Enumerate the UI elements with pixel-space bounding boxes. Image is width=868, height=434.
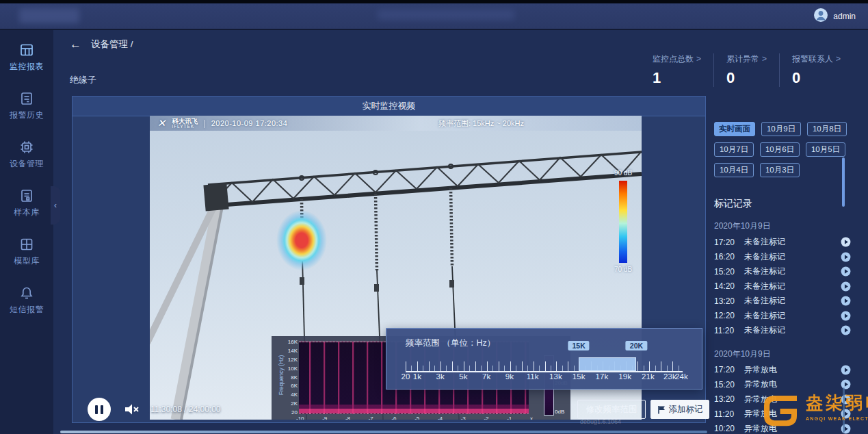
mark-item: 11:20 未备注标记 xyxy=(714,323,851,338)
chevron-right-icon: > xyxy=(762,54,767,64)
user-menu[interactable]: admin xyxy=(813,3,856,29)
horizontal-scrollbar[interactable] xyxy=(60,431,707,433)
sidebar-item-label: 短信报警 xyxy=(10,304,44,316)
stat-value: 1 xyxy=(653,69,701,87)
play-icon[interactable] xyxy=(841,365,851,375)
frequency-ruler-labels: 20 1k 3k 5k 7k 9k 11k 13k 15k 17k 19k 21… xyxy=(406,372,683,383)
mark-item: 15:20 未备注标记 xyxy=(714,264,851,279)
colorbar-max-label: 90 dB xyxy=(607,169,640,177)
sidebar-item-label: 模型库 xyxy=(14,255,40,267)
topbar-blurred-text xyxy=(378,10,514,20)
sidebar-collapse-handle[interactable]: ‹ xyxy=(51,186,60,225)
model-grid-icon xyxy=(19,237,34,252)
panel-title: 实时监控视频 xyxy=(73,97,705,116)
play-icon[interactable] xyxy=(841,311,851,321)
date-button-oct3[interactable]: 10月3日 xyxy=(760,163,800,177)
sidebar: 监控报表 报警历史 设备管理 xyxy=(0,29,53,434)
band-high-handle[interactable]: 20K xyxy=(626,341,647,350)
marks-title: 标记记录 xyxy=(714,198,851,210)
mark-item: 15:20 异常放电 xyxy=(714,377,851,392)
sidebar-item-sample-library[interactable]: 样本库 xyxy=(0,188,53,237)
chevron-right-icon: > xyxy=(696,54,701,64)
stat-value: 0 xyxy=(792,69,841,87)
video-freq-range-label: 频率范围: 15kHz ~ 20kHz xyxy=(438,118,524,129)
mark-item: 16:20 未备注标记 xyxy=(714,250,851,265)
back-arrow-icon[interactable]: ← xyxy=(70,38,81,51)
iflytek-logo-icon: ✕ xyxy=(157,117,168,129)
video-timestamp: 2020-10-09 17:20:34 xyxy=(211,119,288,127)
date-button-oct4[interactable]: 10月4日 xyxy=(714,163,754,177)
date-button-oct6[interactable]: 10月6日 xyxy=(760,142,800,157)
sidebar-item-device-management[interactable]: 设备管理 xyxy=(0,140,53,188)
app-logo-blurred xyxy=(19,8,79,23)
spectrogram-colorbar-min: 0dB xyxy=(555,409,564,415)
sidebar-item-monitor-report[interactable]: 监控报表 xyxy=(0,42,53,91)
play-icon[interactable] xyxy=(841,266,851,277)
date-button-oct7[interactable]: 10月7日 xyxy=(714,142,754,157)
watermark-en-label: ANGQI WEAK ELECTRICITY xyxy=(806,416,868,421)
date-button-oct8[interactable]: 10月8日 xyxy=(807,122,847,136)
chevron-left-icon: ‹ xyxy=(54,201,57,210)
watermark-logo-icon xyxy=(761,392,800,431)
video-panel: 实时监控视频 xyxy=(72,96,706,423)
spectrogram-yticks: 16K 14K 12K 10K 8K 6K 4K 2K 20 xyxy=(281,339,298,416)
muted-speaker-icon xyxy=(123,402,140,417)
stat-alarm-contacts[interactable]: 报警联系人> 0 xyxy=(779,53,853,87)
mute-button[interactable] xyxy=(123,402,140,420)
frequency-range-panel: 频率范围 （单位：Hz） 15K 20K 20 1k 3k 5k 7k 9k 1… xyxy=(386,328,702,390)
chevron-right-icon: > xyxy=(836,54,841,64)
mark-group-date: 2020年10月9日 xyxy=(714,220,851,232)
sidebar-item-label: 设备管理 xyxy=(10,158,44,170)
username-label: admin xyxy=(833,12,856,21)
sample-doc-icon xyxy=(19,188,34,203)
device-name-label: 绝缘子 xyxy=(70,74,96,86)
date-button-oct9[interactable]: 10月9日 xyxy=(761,122,801,136)
divider: | xyxy=(204,118,206,128)
modify-frequency-button[interactable]: 修改频率范围 xyxy=(577,400,646,419)
add-mark-button[interactable]: 添加标记 xyxy=(650,400,709,419)
frequency-selected-band[interactable] xyxy=(579,357,636,371)
stat-value: 0 xyxy=(726,69,767,87)
breadcrumb[interactable]: 设备管理 / xyxy=(91,38,133,51)
frequency-range-title: 频率范围 （单位：Hz） xyxy=(406,337,495,349)
frequency-ruler[interactable]: 15K 20K xyxy=(406,356,683,372)
band-low-handle[interactable]: 15K xyxy=(568,341,589,350)
sidebar-item-label: 样本库 xyxy=(14,207,40,218)
mark-item: 17:20 异常放电 xyxy=(714,363,851,378)
acoustic-heatmap-spot xyxy=(276,210,327,270)
play-icon[interactable] xyxy=(841,252,851,262)
stats-bar: 监控点总数> 1 累计异常> 0 报警联系人> 0 xyxy=(640,53,853,87)
mark-item: 14:20 未备注标记 xyxy=(714,279,851,294)
report-grid-icon xyxy=(19,42,34,58)
sidebar-item-label: 报警历史 xyxy=(10,110,44,121)
play-icon[interactable] xyxy=(841,281,851,292)
stat-total-anomalies[interactable]: 累计异常> 0 xyxy=(713,53,779,87)
bell-icon xyxy=(19,285,34,301)
debug-version-label: debug1.6.1064 xyxy=(580,418,621,425)
history-doc-icon xyxy=(19,91,34,106)
colorbar-min-label: 70 dB xyxy=(607,266,640,273)
sidebar-item-alarm-history[interactable]: 报警历史 xyxy=(0,91,53,140)
flag-icon xyxy=(657,405,666,414)
mark-item: 13:20 未备注标记 xyxy=(714,294,851,309)
top-black-strip xyxy=(0,0,868,3)
right-panel: 实时画面 10月9日 10月8日 10月7日 10月6日 10月5日 10月4日… xyxy=(714,122,851,434)
mark-item: 12:20 未备注标记 xyxy=(714,309,851,324)
video-overlay-strip: ✕ 科大讯飞 iFLYTEK | 2020-10-09 17:20:34 频率范… xyxy=(150,116,642,131)
right-panel-scrollbar[interactable] xyxy=(842,157,845,207)
topbar: admin xyxy=(0,3,868,30)
play-icon[interactable] xyxy=(841,237,851,247)
sidebar-item-model-library[interactable]: 模型库 xyxy=(0,237,53,285)
play-icon[interactable] xyxy=(841,325,851,335)
watermark-cn-label: 盎柒弱电 xyxy=(806,392,868,414)
date-button-realtime[interactable]: 实时画面 xyxy=(714,122,755,136)
date-button-group: 实时画面 10月9日 10月8日 10月7日 10月6日 10月5日 10月4日… xyxy=(714,122,851,177)
vendor-watermark: 盎柒弱电 ANGQI WEAK ELECTRICITY xyxy=(761,392,868,431)
stat-monitor-points[interactable]: 监控点总数> 1 xyxy=(640,53,713,87)
date-button-oct5[interactable]: 10月5日 xyxy=(806,142,845,157)
play-icon[interactable] xyxy=(841,296,851,306)
heatmap-colorbar xyxy=(619,181,627,263)
pause-button[interactable] xyxy=(88,398,111,421)
avatar xyxy=(813,8,828,25)
sidebar-item-sms-alarm[interactable]: 短信报警 xyxy=(0,285,53,334)
